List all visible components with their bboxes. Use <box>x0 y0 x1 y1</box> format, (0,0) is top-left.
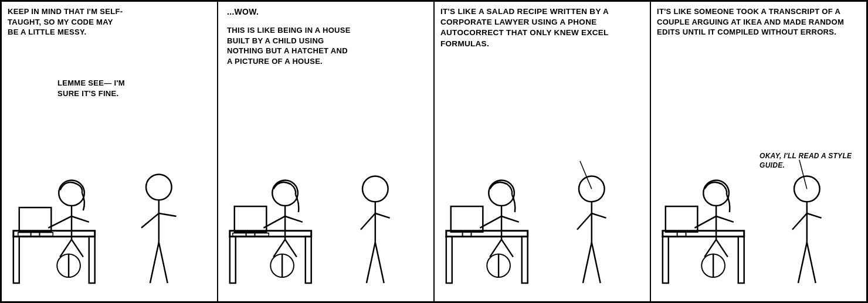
svg-line-70 <box>716 240 728 257</box>
svg-rect-43 <box>451 206 483 232</box>
svg-line-17 <box>159 213 177 216</box>
svg-line-56 <box>592 213 606 218</box>
svg-line-79 <box>799 160 807 189</box>
comic-strip: KEEP IN MIND THAT I'M SELF-TAUGHT, SO MY… <box>0 0 868 303</box>
svg-line-29 <box>285 216 303 222</box>
svg-line-38 <box>367 243 375 283</box>
svg-line-18 <box>150 243 159 283</box>
panel-2-wow-text: ...WOW. <box>227 6 259 18</box>
svg-line-9 <box>72 216 89 222</box>
svg-line-78 <box>807 243 816 283</box>
svg-point-73 <box>794 176 820 202</box>
svg-rect-22 <box>306 237 311 283</box>
svg-rect-25 <box>233 233 269 236</box>
svg-line-57 <box>583 243 592 283</box>
svg-rect-1 <box>13 237 19 283</box>
svg-rect-63 <box>666 206 698 232</box>
svg-point-34 <box>362 176 388 202</box>
svg-line-75 <box>792 213 807 230</box>
svg-line-55 <box>577 213 592 230</box>
svg-line-58 <box>592 243 601 283</box>
panel-3-scene <box>435 125 650 301</box>
panel-3-main-text: IT'S LIKE A SALAD RECIPE WRITTEN BY A CO… <box>440 6 628 49</box>
svg-line-59 <box>580 161 592 189</box>
svg-rect-21 <box>230 237 236 283</box>
svg-rect-42 <box>522 237 528 283</box>
svg-rect-41 <box>446 237 452 283</box>
svg-line-36 <box>361 213 375 230</box>
svg-rect-2 <box>89 237 95 283</box>
svg-point-26 <box>272 180 298 206</box>
svg-line-31 <box>285 240 297 257</box>
panel-2-main-text: THIS IS LIKE BEING IN A HOUSE BUILT BY A… <box>227 25 353 66</box>
panel-1-bubble-text: LEMME SEE— I'M SURE IT'S FINE. <box>57 78 134 98</box>
svg-rect-62 <box>738 237 744 283</box>
svg-line-68 <box>716 216 734 222</box>
panel-2: ...WOW. THIS IS LIKE BEING IN A HOUSE BU… <box>218 2 435 301</box>
panel-4: IT'S LIKE SOMEONE TOOK A TRANSCRIPT OF A… <box>651 2 866 301</box>
svg-line-76 <box>807 213 822 218</box>
svg-point-45 <box>489 180 514 206</box>
svg-rect-23 <box>235 206 267 232</box>
panel-4-scene <box>651 125 866 301</box>
svg-rect-61 <box>663 237 669 283</box>
panel-3: IT'S LIKE A SALAD RECIPE WRITTEN BY A CO… <box>435 2 651 301</box>
svg-line-11 <box>72 240 83 257</box>
svg-point-14 <box>146 175 172 200</box>
svg-line-50 <box>501 240 513 257</box>
svg-point-65 <box>703 180 729 206</box>
svg-line-16 <box>141 213 159 228</box>
svg-rect-5 <box>18 233 53 236</box>
svg-point-6 <box>59 180 84 206</box>
svg-rect-3 <box>19 207 52 232</box>
panel-2-scene <box>218 125 433 301</box>
svg-line-77 <box>798 243 807 283</box>
panel-1-main-text: KEEP IN MIND THAT I'M SELF-TAUGHT, SO MY… <box>8 6 125 38</box>
svg-line-39 <box>375 243 384 283</box>
panel-1: KEEP IN MIND THAT I'M SELF-TAUGHT, SO MY… <box>2 2 218 301</box>
svg-line-48 <box>501 216 519 222</box>
panel-1-scene <box>2 125 217 301</box>
svg-line-19 <box>159 243 168 283</box>
panel-4-main-text: IT'S LIKE SOMEONE TOOK A TRANSCRIPT OF A… <box>657 6 850 38</box>
svg-line-37 <box>375 213 390 218</box>
